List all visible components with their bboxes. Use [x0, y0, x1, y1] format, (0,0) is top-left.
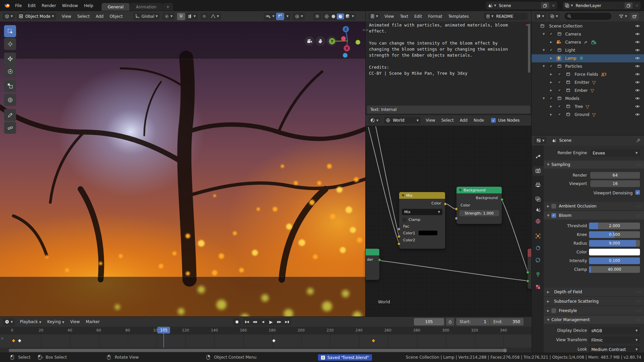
visibility-checkbox[interactable]: ✓ — [557, 88, 561, 92]
socket-fac[interactable] — [397, 228, 400, 231]
timeline-scrollbar[interactable] — [9, 349, 506, 352]
outliner-search-input[interactable] — [565, 13, 611, 20]
text-menu-view[interactable]: View — [381, 14, 397, 19]
render-layer-selector[interactable]: ▼ RenderLayer ✕ — [563, 2, 641, 9]
properties-tab-texture[interactable] — [533, 282, 543, 292]
text-datablock-selector[interactable]: ▼ README — [484, 13, 528, 20]
expand-icon[interactable]: ▼ — [543, 65, 545, 68]
tool-scale[interactable] — [4, 80, 16, 92]
keyframe-diamond[interactable] — [17, 339, 22, 343]
tool-rotate[interactable] — [4, 65, 16, 77]
expand-icon[interactable]: ▶ — [550, 105, 552, 108]
eye-icon[interactable] — [635, 23, 640, 28]
workspace-tab-animation[interactable]: Animation — [130, 3, 162, 11]
eye-icon[interactable] — [635, 80, 640, 85]
visibility-checkbox[interactable]: ✓ — [557, 80, 561, 84]
new-layer-button[interactable] — [625, 2, 633, 9]
section-sampling-header[interactable]: ▼ Sampling :::: — [544, 161, 644, 169]
outliner-filter-id-button[interactable]: ▼ — [548, 13, 560, 20]
tool-annotate[interactable] — [4, 109, 16, 121]
properties-context-button[interactable]: ▼ — [534, 137, 546, 144]
timeline-ruler[interactable]: 0204060801001201401601802002202402602803… — [0, 327, 532, 335]
render-layer-icon[interactable] — [565, 3, 570, 8]
visibility-checkbox[interactable]: ✓ — [557, 104, 561, 108]
expand-icon[interactable]: ▶ — [550, 41, 552, 44]
cm-display-device-dropdown[interactable]: sRGB▼ — [589, 327, 640, 334]
topbar-menu-help[interactable]: Help — [81, 3, 96, 8]
bloom-clamp-slider[interactable]: 40.000 — [589, 266, 640, 273]
eye-icon[interactable] — [635, 112, 640, 117]
expand-icon[interactable]: ▼ — [543, 33, 545, 36]
background-strength-field[interactable]: Strength: 1.000 — [459, 210, 499, 216]
tool-move[interactable] — [4, 53, 16, 65]
visibility-checkbox[interactable]: ✓ — [549, 64, 553, 68]
visibility-toggle-button[interactable]: ▼ — [264, 13, 276, 20]
render-layer-name[interactable]: RenderLayer — [576, 3, 625, 8]
properties-tab-tool[interactable] — [533, 152, 543, 161]
section-color-management-header[interactable]: ▼ Color Management :::: — [544, 316, 644, 324]
text-editor-content[interactable]: Animated file with particles, animated m… — [369, 22, 508, 76]
outliner-row-camera[interactable]: ▶Camera — [532, 38, 644, 46]
jump-start-button[interactable]: ▮◀ — [243, 320, 251, 323]
object-label[interactable]: Light — [565, 48, 575, 53]
cm-view-transform-dropdown[interactable]: Filmic▼ — [589, 337, 640, 344]
topbar-menu-render[interactable]: Render — [39, 3, 59, 8]
shading-material-button[interactable] — [337, 13, 344, 19]
timeline-track[interactable] — [0, 335, 532, 348]
keyframe-diamond[interactable] — [371, 339, 376, 343]
eye-icon[interactable] — [635, 96, 640, 101]
outliner-display-mode-button[interactable]: ▼ — [534, 13, 546, 20]
socket-background-output[interactable] — [500, 198, 503, 201]
text-menu-edit[interactable]: Edit — [411, 14, 425, 19]
grip-icon[interactable]: :::: — [636, 318, 641, 321]
new-scene-button[interactable] — [541, 2, 549, 9]
outliner-row-force-fields[interactable]: ▶✓Force Fields)))2 — [532, 70, 644, 78]
socket-surface[interactable] — [526, 271, 529, 274]
color1-swatch[interactable] — [419, 231, 437, 235]
navigation-gizmo[interactable]: ZYX — [322, 24, 366, 61]
proportional-falloff-button[interactable]: ▼ — [209, 13, 221, 20]
region-arrow[interactable]: > — [1, 336, 4, 341]
socket-volume[interactable] — [526, 280, 529, 283]
outliner-row-models[interactable]: ▼✓Models — [532, 95, 644, 103]
workspace-tab-general[interactable]: General — [102, 3, 129, 11]
bloom-radius-slider[interactable]: 9.000 — [589, 240, 640, 247]
scene-selector[interactable]: ▼ Scene ✕ — [486, 2, 557, 9]
transform-orientation[interactable]: Global ▼ — [133, 13, 160, 20]
properties-tab-constraints[interactable] — [533, 243, 543, 253]
expand-icon[interactable]: ▶ — [550, 73, 552, 76]
properties-tab-world[interactable] — [533, 217, 543, 226]
editor-type-button[interactable]: ▼ — [3, 318, 15, 325]
start-frame-field[interactable]: Start: 1 — [456, 318, 490, 325]
scene-icon[interactable] — [488, 3, 493, 8]
topbar-menu-file[interactable]: File — [12, 3, 25, 8]
object-label[interactable]: Emitter — [575, 80, 589, 85]
visibility-checkbox[interactable]: ✓ — [549, 48, 553, 52]
timeline-menu-marker[interactable]: Marker — [83, 319, 103, 324]
socket-color2[interactable] — [397, 242, 400, 245]
eye-icon[interactable] — [635, 64, 640, 69]
object-label[interactable]: Models — [565, 96, 579, 101]
socket-color-input[interactable] — [455, 207, 458, 210]
collapse-icon[interactable]: ▼ — [459, 188, 462, 192]
expand-icon[interactable]: ▶ — [550, 81, 552, 84]
next-key-button[interactable]: ◆▶ — [275, 320, 283, 323]
node-mix[interactable]: ▼ Mix Color Mix ▼ Clamp Fac Color1 — [399, 192, 445, 249]
properties-tab-physics[interactable] — [533, 255, 543, 265]
timeline-menu-playback[interactable]: Playback▼ — [17, 319, 44, 324]
mode-selector[interactable]: Object Mode ▼ — [17, 13, 56, 20]
object-label[interactable]: Camera — [565, 40, 581, 45]
end-frame-field[interactable]: End: 350 — [490, 318, 524, 325]
collapse-icon[interactable]: ▼ — [402, 194, 404, 197]
region-split-arrows[interactable]: <> — [362, 28, 368, 32]
properties-tab-render[interactable] — [533, 166, 543, 176]
viewport-denoising-checkbox[interactable]: ✓ — [635, 190, 640, 195]
xray-toggle[interactable] — [313, 13, 321, 20]
text-scrollbar[interactable] — [528, 24, 530, 73]
section-ambient-occlusion[interactable]: ▶ Ambient Occlusion :::: — [544, 202, 644, 210]
freestyle-checkbox[interactable] — [551, 308, 556, 313]
properties-tab-viewlayer[interactable] — [533, 194, 543, 204]
properties-tab-output[interactable] — [533, 180, 543, 190]
text-menu-text[interactable]: Text — [397, 14, 411, 19]
expand-icon[interactable]: ▶ — [550, 89, 552, 92]
